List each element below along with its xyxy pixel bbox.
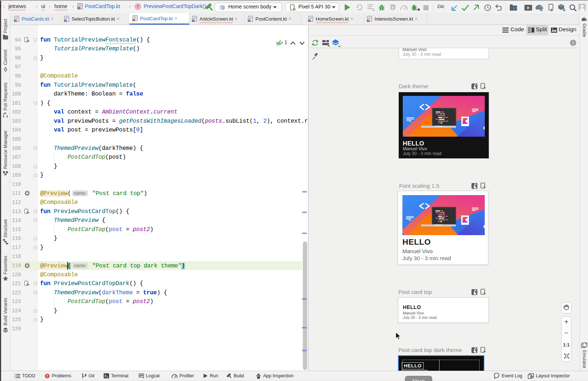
svg-text:A: A xyxy=(359,8,362,11)
